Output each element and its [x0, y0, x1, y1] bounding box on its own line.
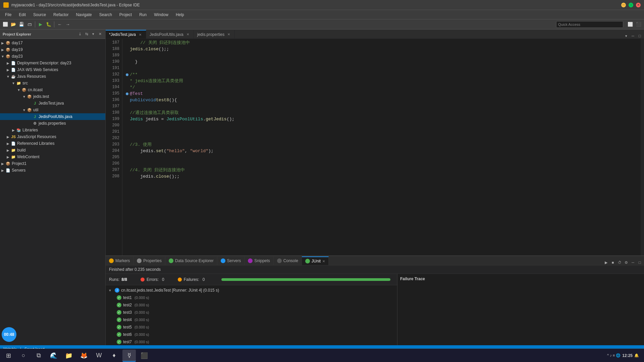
- code-line-193: * jedis连接池工具类使用: [126, 78, 641, 84]
- tree-item-build[interactable]: ▶📁build: [0, 147, 105, 154]
- maximize-editor-button[interactable]: ⬛: [635, 21, 642, 28]
- start-button[interactable]: ⊞: [2, 350, 15, 362]
- tree-item-java-resources[interactable]: ▼☕Java Resources: [0, 73, 105, 80]
- tree-item-webcontent[interactable]: ▶📁WebContent: [0, 154, 105, 160]
- firefox-button[interactable]: 🦊: [77, 350, 91, 362]
- menu-item-navigate[interactable]: Navigate: [72, 11, 95, 18]
- back-button[interactable]: ←: [56, 21, 63, 28]
- bottom-tab-junit[interactable]: JUnit✕: [302, 256, 329, 265]
- junit-test-test5[interactable]: ✓ test5 (0.000 s): [106, 323, 397, 331]
- tree-item-day19[interactable]: ▶📦day19: [0, 46, 105, 53]
- junit-settings-button[interactable]: ⚙: [624, 260, 629, 265]
- tree-item-jedis-test[interactable]: ▼📦jedis.test: [0, 93, 105, 100]
- code-line-200: [126, 122, 641, 129]
- link-with-editor-button[interactable]: ⇆: [84, 32, 89, 37]
- tree-item-util[interactable]: ▼📦util: [0, 107, 105, 113]
- maximize-view-button[interactable]: □: [637, 33, 642, 39]
- tree-item-jedistest-java[interactable]: JJedisTest.java: [0, 100, 105, 107]
- tab-jedispoolutils-tab[interactable]: JedisPoolUtils.java✕: [146, 30, 194, 39]
- bottom-maximize-button[interactable]: □: [637, 260, 642, 265]
- bottom-tab-markers[interactable]: Markers: [106, 256, 133, 265]
- menu-item-help[interactable]: Help: [172, 11, 187, 18]
- bottom-tab-properties[interactable]: Properties: [133, 256, 165, 265]
- maximize-button[interactable]: □: [629, 3, 633, 7]
- menu-item-window[interactable]: Window: [151, 11, 172, 18]
- editor-scrollbar[interactable]: [641, 39, 644, 255]
- code-line-187: // 关闭 归还到连接池中: [126, 40, 641, 46]
- code-editor[interactable]: 1871881891901911921931941951961971981992…: [106, 39, 644, 255]
- bottom-tab-datasource[interactable]: Data Source Explorer: [165, 256, 217, 265]
- menu-item-project[interactable]: Project: [116, 11, 135, 18]
- tab-close-jedis-properties-tab[interactable]: ✕: [226, 32, 231, 37]
- tree-item-jaxws[interactable]: ▶📄JAX-WS Web Services: [0, 66, 105, 73]
- junit-test-test7[interactable]: ✓ test7 (0.000 s): [106, 338, 397, 346]
- tab-list-button[interactable]: ▾: [624, 33, 629, 39]
- bottom-tab-servers[interactable]: Servers: [217, 256, 245, 265]
- tree-item-day23[interactable]: ▼📦day23: [0, 53, 105, 60]
- junit-test-test2[interactable]: ✓ test2 (0.000 s): [106, 301, 397, 309]
- debug-button[interactable]: 🐛: [45, 21, 52, 28]
- tree-item-jedis-properties[interactable]: ⚙jedis.properties: [0, 120, 105, 127]
- save-button[interactable]: 💾: [18, 21, 25, 28]
- view-menu-button[interactable]: ▾: [91, 32, 96, 37]
- file-explorer-button[interactable]: 📁: [62, 350, 75, 362]
- junit-run-button[interactable]: ▶: [603, 260, 609, 265]
- tree-item-javascript-resources[interactable]: ▶JSJavaScript Resources: [0, 133, 105, 140]
- run-button[interactable]: ▶: [37, 21, 44, 28]
- breakpoint-dot-192[interactable]: [126, 73, 128, 76]
- junit-stop-button[interactable]: ■: [610, 260, 615, 265]
- tree-item-src[interactable]: ▼📁src: [0, 80, 105, 86]
- tab-close-jedispoolutils-tab[interactable]: ✕: [185, 32, 190, 37]
- menu-item-run[interactable]: Run: [136, 11, 150, 18]
- line-num-196: 196: [106, 97, 119, 103]
- menu-item-edit[interactable]: Edit: [15, 11, 29, 18]
- task-view-button[interactable]: ⧉: [32, 350, 45, 362]
- tab-jedistest-tab[interactable]: *JedisTest.java✕: [106, 30, 146, 39]
- menu-item-source[interactable]: Source: [30, 11, 49, 18]
- bottom-minimize-button[interactable]: ─: [630, 260, 636, 265]
- tree-item-libraries[interactable]: ▶📚Libraries: [0, 127, 105, 133]
- menu-item-file[interactable]: File: [2, 11, 15, 18]
- junit-test-test1[interactable]: ✓ test1 (0.000 s): [106, 294, 397, 301]
- tree-item-deployment[interactable]: ▶📄Deployment Descriptor: day23: [0, 60, 105, 66]
- edge-button[interactable]: 🌊: [47, 350, 60, 362]
- collapse-all-button[interactable]: ⤓: [77, 32, 83, 37]
- junit-suite[interactable]: ▼ J cn.itcast.jedis.test.JedisTest [Runn…: [106, 287, 397, 294]
- app8-button[interactable]: ⬛: [138, 350, 151, 362]
- bottom-tab-snippets[interactable]: Snippets: [245, 256, 274, 265]
- minimize-view-button[interactable]: ─: [630, 33, 636, 39]
- quick-access-input[interactable]: Quick Access: [556, 21, 623, 28]
- tree-item-project1[interactable]: ▶📦Project1: [0, 160, 105, 167]
- junit-test-test6[interactable]: ✓ test6 (0.000 s): [106, 331, 397, 338]
- notification-button[interactable]: 🔔: [634, 353, 639, 358]
- close-button[interactable]: ✕: [636, 3, 641, 7]
- tree-item-cn-itcast[interactable]: ▼📦cn.itcast: [0, 86, 105, 93]
- tree-item-day17[interactable]: ▶📦day17: [0, 40, 105, 46]
- bottom-tab-label-junit: JUnit: [312, 259, 321, 263]
- menu-item-refactor[interactable]: Refactor: [50, 11, 72, 18]
- tree-item-servers[interactable]: ▶📄Servers: [0, 167, 105, 174]
- junit-test-test3[interactable]: ✓ test3 (0.000 s): [106, 309, 397, 316]
- forward-button[interactable]: →: [64, 21, 71, 28]
- tab-jedis-properties-tab[interactable]: jedis.properties✕: [194, 30, 235, 39]
- new-button[interactable]: ⬜: [2, 21, 9, 28]
- bottom-tab-console[interactable]: Console: [274, 256, 302, 265]
- app6-button[interactable]: ♦: [107, 350, 121, 362]
- junit-history-button[interactable]: ⏱: [617, 260, 622, 265]
- code-content[interactable]: // 关闭 归还到连接池中 jedis.close();; } /** * je…: [122, 39, 641, 255]
- eclipse-button[interactable]: ☿: [122, 350, 136, 362]
- save-all-button[interactable]: 🗃: [26, 21, 33, 28]
- close-panel-button[interactable]: ✕: [97, 32, 103, 37]
- search-button[interactable]: ○: [17, 350, 30, 362]
- open-button[interactable]: 📂: [10, 21, 17, 28]
- minimize-button[interactable]: ─: [621, 3, 626, 7]
- tab-close-jedistest-tab[interactable]: ✕: [138, 32, 143, 37]
- junit-test-test4[interactable]: ✓ test4 (0.000 s): [106, 316, 397, 323]
- tree-item-jedispoolutils-java[interactable]: JJedisPoolUtils.java: [0, 113, 105, 120]
- minimize-editor-button[interactable]: ⬜: [627, 21, 634, 28]
- word-button[interactable]: W: [92, 350, 106, 362]
- breakpoint-dot-195[interactable]: [126, 93, 128, 95]
- tree-item-referenced-libraries[interactable]: ▶📄Referenced Libraries: [0, 140, 105, 147]
- menu-item-search[interactable]: Search: [96, 11, 115, 18]
- bottom-tab-close-junit[interactable]: ✕: [322, 259, 325, 263]
